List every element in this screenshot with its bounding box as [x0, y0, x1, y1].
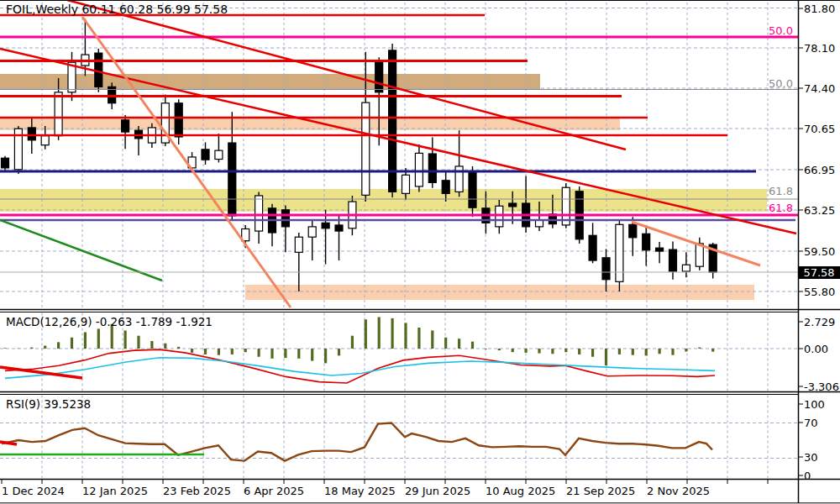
candle-body — [442, 181, 449, 194]
price-axis-label: 63.25 — [804, 204, 835, 217]
candle-body — [469, 172, 476, 207]
date-label: 6 Apr 2025 — [244, 485, 304, 497]
resistance-zone-tan[interactable] — [0, 74, 540, 90]
date-label: 29 Jun 2025 — [405, 485, 470, 497]
candle-body — [656, 248, 664, 251]
rsi-axis-label: 70 — [804, 417, 818, 429]
date-label: 18 May 2025 — [324, 485, 396, 497]
candle-body — [322, 223, 329, 228]
price-axis-label: 70.65 — [804, 123, 835, 135]
date-label: 12 Jan 2025 — [82, 485, 148, 497]
candle-body — [55, 92, 62, 136]
candlestick — [389, 44, 396, 197]
candle-body — [643, 234, 650, 249]
candle-body — [255, 196, 263, 231]
main-chart-panel[interactable] — [0, 0, 798, 309]
trading-chart: 81.8078.1074.4070.6566.9563.2559.5055.80… — [0, 0, 840, 504]
candle-body — [215, 150, 223, 159]
macd-axis-label: 2.729 — [804, 316, 835, 328]
candle-body — [335, 225, 343, 231]
candle-body — [682, 265, 690, 271]
candlestick — [14, 126, 22, 174]
support-zone-peach[interactable] — [245, 285, 754, 300]
candle-body — [402, 175, 410, 193]
date-label: 2 Nov 2025 — [647, 485, 710, 497]
price-axis-label: 59.50 — [804, 245, 835, 258]
candle-body — [295, 237, 302, 252]
candle-body — [2, 158, 9, 168]
candle-body — [281, 210, 289, 227]
fib-50-gray-label: 50.0 — [769, 77, 793, 90]
price-axis-label: 78.10 — [804, 42, 835, 55]
candle-body — [589, 235, 596, 260]
candle-body — [509, 203, 517, 207]
candle-body — [175, 103, 182, 137]
candle-body — [122, 120, 129, 132]
rsi-axis-label: 0 — [804, 470, 811, 482]
candle-body — [629, 224, 637, 238]
candle-body — [602, 258, 610, 280]
date-label: 10 Aug 2025 — [486, 485, 555, 497]
candle-body — [415, 153, 423, 186]
rsi-indicator-label: RSI(9) 39.5238 — [6, 397, 91, 411]
date-label: 21 Sep 2025 — [566, 485, 635, 497]
date-label: 23 Feb 2025 — [163, 485, 231, 497]
rsi-axis-label: 30 — [804, 451, 818, 464]
fib-618-gray-label: 61.8 — [769, 185, 793, 197]
fib-618-pink-label: 61.8 — [769, 202, 793, 214]
macd-indicator-label: MACD(12,26,9) -0.263 -1.789 -1.921 — [6, 315, 213, 328]
candlestick — [616, 220, 623, 291]
rsi-axis-label: 100 — [804, 398, 825, 411]
candle-body — [41, 136, 49, 145]
price-axis-label: 81.80 — [804, 3, 835, 15]
candle-body — [428, 154, 436, 182]
rsi-panel[interactable] — [0, 395, 798, 479]
price-axis-label: 55.80 — [804, 286, 835, 298]
macd-axis-label: 0.00 — [804, 343, 828, 355]
candle-body — [669, 249, 677, 271]
candle-body — [496, 206, 503, 227]
price-axis-label: 66.95 — [804, 164, 835, 176]
macd-axis-label: -3.306 — [804, 381, 839, 393]
candle-body — [202, 150, 209, 160]
chart-title: FOIL,Weekly 60.11 60.28 56.99 57.58 — [6, 3, 228, 16]
candle-body — [536, 220, 543, 227]
candle-body — [308, 227, 316, 237]
current-price-tag: 57.58 — [799, 266, 840, 279]
candle-body — [375, 62, 383, 92]
candle-body — [28, 128, 35, 140]
date-label: 1 Dec 2024 — [2, 485, 65, 497]
price-axis-label: 74.40 — [804, 82, 835, 95]
current-price-value: 57.58 — [803, 266, 834, 279]
fib-50-pink-label: 50.0 — [769, 24, 793, 37]
candle-body — [228, 143, 236, 216]
chart-window: 81.8078.1074.4070.6566.9563.2559.5055.80… — [0, 0, 840, 504]
candle-body — [362, 102, 370, 195]
candlestick — [562, 183, 570, 228]
candle-body — [616, 224, 623, 281]
